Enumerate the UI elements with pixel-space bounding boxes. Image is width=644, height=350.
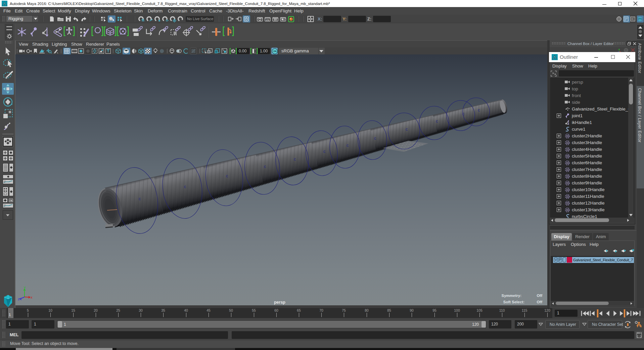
svg-text:c: c [478, 108, 480, 113]
svg-text:c: c [406, 127, 408, 132]
svg-text:Symmetry:: Symmetry: [502, 294, 521, 298]
svg-text:z: z [18, 297, 20, 301]
svg-text:persp: persp [274, 300, 285, 305]
svg-text:{;}: {;} [637, 335, 641, 338]
svg-text:c: c [264, 164, 266, 169]
svg-text:c: c [226, 174, 228, 178]
svg-text:c: c [139, 196, 141, 201]
svg-text:IPR: IPR [266, 19, 270, 21]
svg-text:c: c [184, 184, 186, 189]
svg-text:Off: Off [537, 294, 542, 298]
svg-text:ON: ON [273, 50, 277, 52]
svg-text:x: x [31, 295, 33, 299]
svg-text:c: c [374, 136, 376, 141]
svg-text:c: c [347, 143, 349, 148]
svg-text:c: c [436, 119, 438, 124]
svg-text:Off: Off [537, 300, 542, 304]
svg-text:y: y [24, 285, 26, 289]
svg-text:c: c [294, 157, 296, 162]
svg-text:c: c [323, 149, 325, 154]
svg-text:Soft Select:: Soft Select: [503, 300, 524, 304]
